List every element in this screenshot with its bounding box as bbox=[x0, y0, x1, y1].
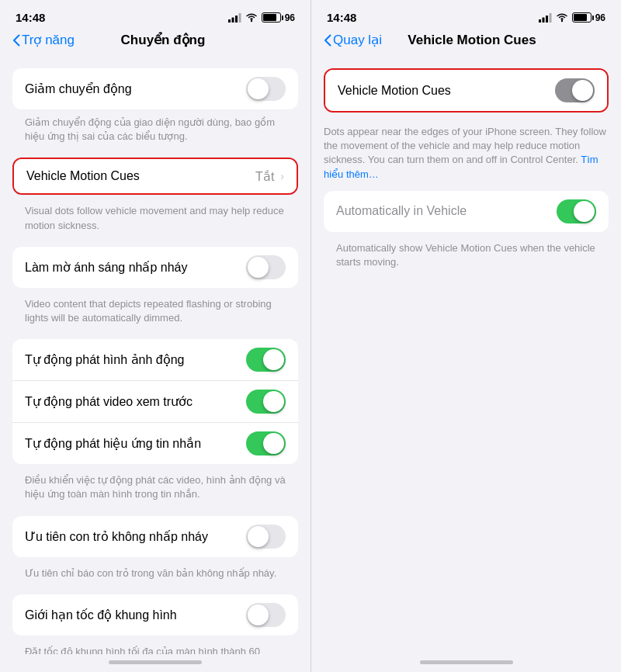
nav-bar-left: Trợ năng Chuyển động bbox=[0, 29, 310, 54]
row-vehicle-motion-cues[interactable]: Vehicle Motion Cues Tắt › bbox=[14, 159, 297, 193]
label-uu-tien-con-tro: Ưu tiên con trỏ không nhấp nháy bbox=[25, 529, 246, 544]
page-title-right: Vehicle Motion Cues bbox=[382, 33, 562, 48]
value-vehicle-motion-cues: Tắt bbox=[255, 169, 274, 184]
row-vmc-toggle: Vehicle Motion Cues bbox=[325, 70, 607, 111]
group-auto-vehicle: Automatically in Vehicle bbox=[324, 191, 609, 232]
group-auto-play: Tự động phát hình ảnh động Tự động phát … bbox=[12, 339, 298, 464]
desc-cursor: Ưu tiên chỉ báo con trỏ trong văn bản kh… bbox=[12, 563, 298, 588]
back-chevron-icon bbox=[12, 34, 20, 47]
label-tu-dong-hinh: Tự động phát hình ảnh động bbox=[25, 352, 246, 367]
group-vmc-toggle: Vehicle Motion Cues bbox=[324, 68, 609, 113]
status-icons-left: 96 bbox=[228, 12, 295, 23]
svg-rect-6 bbox=[542, 17, 544, 23]
svg-rect-0 bbox=[228, 19, 231, 23]
label-giam-chuyen-dong: Giảm chuyển động bbox=[25, 81, 246, 96]
svg-rect-5 bbox=[539, 19, 541, 23]
toggle-lam-mo[interactable] bbox=[246, 255, 286, 279]
status-icons-right: 96 bbox=[539, 12, 605, 23]
battery-level-right: 96 bbox=[595, 12, 605, 23]
label-tu-dong-hieu-ung: Tự động phát hiệu ứng tin nhắn bbox=[25, 436, 246, 451]
toggle-uu-tien-con-tro[interactable] bbox=[246, 525, 286, 549]
group-frame-rate: Giới hạn tốc độ khung hình bbox=[12, 594, 298, 636]
row-uu-tien-con-tro: Ưu tiên con trỏ không nhấp nháy bbox=[12, 516, 298, 557]
toggle-tu-dong-hieu-ung[interactable] bbox=[246, 431, 286, 456]
nav-bar-right: Quay lại Vehicle Motion Cues bbox=[311, 29, 621, 54]
time-right: 14:48 bbox=[327, 11, 356, 24]
label-gioi-han-toc-do: Giới hạn tốc độ khung hình bbox=[25, 608, 246, 622]
back-chevron-icon-right bbox=[324, 34, 331, 47]
toggle-gioi-han-toc-do[interactable] bbox=[246, 603, 286, 627]
group-vehicle-motion: Vehicle Motion Cues Tắt › bbox=[12, 158, 298, 195]
page-title-left: Chuyển động bbox=[75, 32, 252, 48]
signal-icon-right bbox=[539, 13, 552, 23]
desc-vmc: Dots appear near the edges of your iPhon… bbox=[311, 119, 621, 191]
label-vmc-toggle: Vehicle Motion Cues bbox=[338, 84, 555, 98]
back-button-left[interactable]: Trợ năng bbox=[12, 32, 75, 48]
wifi-icon-right bbox=[556, 13, 568, 23]
row-gioi-han-toc-do: Giới hạn tốc độ khung hình bbox=[12, 594, 298, 636]
toggle-tu-dong-hinh[interactable] bbox=[246, 348, 286, 372]
label-auto-vehicle: Automatically in Vehicle bbox=[336, 204, 557, 218]
svg-point-4 bbox=[250, 19, 252, 21]
group-reduce-motion: Giảm chuyển động bbox=[12, 68, 298, 109]
svg-point-9 bbox=[560, 19, 562, 21]
content-right: Vehicle Motion Cues Dots appear near the… bbox=[311, 54, 621, 654]
toggle-auto-vehicle[interactable] bbox=[557, 199, 596, 223]
battery-level-left: 96 bbox=[285, 12, 295, 23]
toggle-tu-dong-video[interactable] bbox=[246, 390, 286, 414]
signal-icon bbox=[228, 13, 241, 23]
back-button-right[interactable]: Quay lại bbox=[324, 32, 382, 48]
row-tu-dong-hinh: Tự động phát hình ảnh động bbox=[12, 339, 298, 381]
home-indicator-left bbox=[109, 660, 202, 664]
label-vehicle-motion-cues: Vehicle Motion Cues bbox=[26, 169, 255, 183]
toggle-vmc[interactable] bbox=[555, 78, 595, 102]
row-tu-dong-video: Tự động phát video xem trước bbox=[12, 381, 298, 423]
desc-giam-chuyen-dong: Giảm chuyển động của giao diện người dùn… bbox=[12, 113, 298, 151]
right-panel: 14:48 96 Quay lại bbox=[310, 0, 621, 672]
wifi-icon bbox=[245, 13, 258, 23]
group-lam-mo: Làm mờ ánh sáng nhấp nháy bbox=[12, 247, 298, 288]
svg-rect-1 bbox=[231, 17, 234, 23]
svg-rect-3 bbox=[238, 13, 241, 23]
desc-auto-play: Điều khiển việc tự động phát các video, … bbox=[12, 470, 298, 509]
row-giam-chuyen-dong: Giảm chuyển động bbox=[12, 68, 298, 109]
left-panel: 14:48 96 Trợ năng bbox=[0, 0, 310, 672]
battery-icon-left bbox=[262, 12, 281, 23]
battery-icon-right bbox=[572, 12, 592, 23]
chevron-vehicle-motion: › bbox=[280, 170, 284, 182]
row-lam-mo: Làm mờ ánh sáng nhấp nháy bbox=[12, 247, 298, 288]
desc-auto-vehicle: Automatically show Vehicle Motion Cues w… bbox=[324, 238, 609, 277]
toggle-giam-chuyen-dong[interactable] bbox=[246, 77, 286, 101]
group-cursor: Ưu tiên con trỏ không nhấp nháy bbox=[12, 516, 298, 557]
desc-vehicle-motion: Visual dots follow vehicle movement and … bbox=[12, 201, 298, 240]
home-indicator-right bbox=[420, 660, 513, 664]
row-auto-vehicle: Automatically in Vehicle bbox=[324, 191, 609, 232]
label-tu-dong-video: Tự động phát video xem trước bbox=[25, 394, 246, 409]
status-bar-left: 14:48 96 bbox=[0, 0, 310, 29]
row-tu-dong-hieu-ung: Tự động phát hiệu ứng tin nhắn bbox=[12, 423, 298, 464]
content-left: Giảm chuyển động Giảm chuyển động của gi… bbox=[0, 54, 310, 654]
status-bar-right: 14:48 96 bbox=[311, 0, 621, 29]
desc-frame-rate: Đặt tốc độ khung hình tối đa của màn hìn… bbox=[12, 642, 298, 654]
svg-rect-8 bbox=[549, 13, 551, 23]
svg-rect-2 bbox=[235, 16, 238, 23]
svg-rect-7 bbox=[546, 16, 548, 23]
label-lam-mo: Làm mờ ánh sáng nhấp nháy bbox=[25, 260, 246, 275]
desc-lam-mo: Video content that depicts repeated flas… bbox=[12, 294, 298, 333]
time-left: 14:48 bbox=[16, 11, 45, 24]
